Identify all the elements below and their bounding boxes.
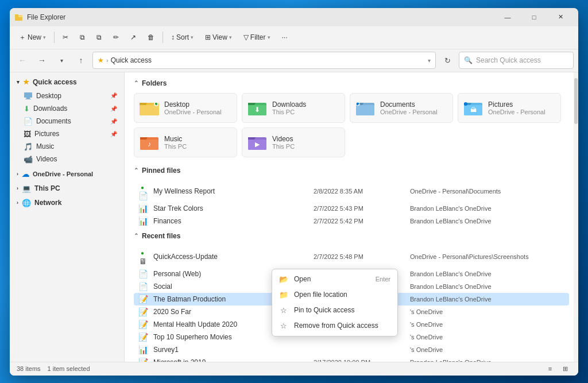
pin-icon: 📌	[110, 106, 117, 112]
unpin-icon: ☆	[279, 322, 288, 330]
star-icon: ★	[98, 56, 104, 64]
back-button[interactable]: ←	[14, 52, 30, 68]
up-button[interactable]: ↑	[73, 52, 89, 68]
recent-file-quickaccess[interactable]: ●🖥 QuickAccess-Update 2/7/2022 5:48 PM O…	[134, 246, 569, 268]
search-box[interactable]: 🔍 Search Quick access	[459, 52, 574, 69]
folder-icon: 📁	[279, 291, 288, 299]
delete-button[interactable]: 🗑	[143, 31, 159, 44]
scrollbar-thumb[interactable]	[574, 78, 578, 124]
svg-marker-8	[140, 103, 147, 105]
search-placeholder: Search Quick access	[476, 56, 541, 64]
sidebar-item-desktop[interactable]: Desktop 📌	[12, 90, 122, 102]
svg-rect-5	[25, 99, 31, 99]
titlebar: File Explorer — □ ✕	[10, 8, 578, 26]
pinned-file-wellness[interactable]: ●📄 My Wellness Report 2/8/2022 8:35 AM O…	[134, 180, 569, 202]
file-explorer-window: File Explorer — □ ✕ ＋ New ▾ ✂ ⧉ ⧉ ✏ ↗	[10, 8, 578, 376]
address-bar[interactable]: ★ › Quick access ▾	[92, 52, 436, 69]
file-icon: 📝	[137, 358, 149, 362]
pictures-icon: 🖼	[24, 130, 31, 138]
folder-pictures[interactable]: 🏔 Pictures OneDrive - Personal	[458, 93, 561, 123]
context-menu-remove-pin[interactable]: ☆ Remove from Quick access	[272, 318, 397, 334]
svg-marker-13	[248, 103, 256, 105]
context-menu-pin[interactable]: ☆ Pin to Quick access	[272, 303, 397, 318]
view-button[interactable]: ⊞ View ▾	[200, 31, 237, 44]
file-icon: 📊	[137, 345, 149, 354]
statusbar: 38 items 1 item selected ≡ ⊞	[10, 362, 578, 376]
desktop-icon	[24, 91, 33, 100]
sidebar-item-downloads[interactable]: ⬇ Downloads 📌	[12, 103, 122, 115]
folder-documents[interactable]: ☁ Documents OneDrive - Personal	[350, 93, 453, 123]
svg-rect-16	[356, 105, 374, 115]
sort-button[interactable]: ↕ Sort ▾	[167, 31, 198, 44]
status-selected: 1 item selected	[48, 365, 90, 372]
onedrive-icon: ☁	[22, 170, 29, 179]
refresh-button[interactable]: ↻	[439, 52, 455, 68]
sidebar-quick-access[interactable]: ▾ ★ Quick access	[12, 76, 122, 88]
open-icon: 📂	[279, 275, 288, 284]
music-icon: 🎵	[24, 142, 33, 151]
share-button[interactable]: ↗	[126, 31, 141, 44]
folders-section-title: Folders	[134, 79, 569, 87]
pinned-files-list: ●📄 My Wellness Report 2/8/2022 8:35 AM O…	[134, 180, 569, 227]
rename-button[interactable]: ✏	[109, 31, 123, 44]
path-separator: ›	[106, 57, 109, 64]
pin-icon: ☆	[279, 306, 288, 315]
pin-icon: 📌	[110, 118, 117, 125]
filter-button[interactable]: ▽ Filter ▾	[239, 31, 275, 44]
svg-rect-3	[24, 92, 32, 98]
recent-file-survey[interactable]: 📊 Survey1 's OneDrive	[134, 343, 569, 356]
paste-button[interactable]: ⧉	[92, 31, 106, 44]
pinned-file-startrek[interactable]: 📊 Star Trek Colors 2/7/2022 5:43 PM Bran…	[134, 202, 569, 215]
forward-button[interactable]: →	[34, 52, 50, 68]
close-button[interactable]: ✕	[547, 8, 574, 26]
list-view-button[interactable]: ≡	[544, 363, 556, 374]
recent-file-microsoft2019[interactable]: 📝 Microsoft in 2019 2/17/2020 10:09 PM B…	[134, 356, 569, 362]
svg-rect-0	[15, 14, 18, 17]
cut-button[interactable]: ✂	[58, 31, 73, 44]
pin-icon: 📌	[110, 131, 117, 137]
new-button[interactable]: ＋ New ▾	[14, 30, 51, 45]
pinned-file-finances[interactable]: 📊 Finances 2/7/2022 5:42 PM Brandon LeBl…	[134, 215, 569, 227]
view-controls: ≡ ⊞	[544, 363, 571, 374]
sort-icon: ↕	[171, 33, 175, 41]
folder-music[interactable]: ♪ Music This PC	[134, 127, 237, 157]
folder-desktop[interactable]: ✓ Desktop OneDrive - Personal	[134, 93, 237, 123]
context-menu: 📂 Open Enter 📁 Open file location ☆ Pin …	[272, 269, 398, 336]
more-button[interactable]: ···	[277, 31, 292, 44]
folder-music-icon: ♪	[139, 132, 160, 153]
sidebar-onedrive[interactable]: › ☁ OneDrive - Personal	[12, 168, 122, 181]
window-controls: — □ ✕	[494, 8, 574, 26]
new-icon: ＋	[19, 33, 26, 42]
sidebar-network[interactable]: › 🌐 Network	[12, 196, 122, 210]
more-icon: ···	[282, 33, 288, 41]
context-menu-open[interactable]: 📂 Open Enter	[272, 272, 397, 287]
copy-button[interactable]: ⧉	[75, 31, 90, 44]
recent-locations-button[interactable]: ▾	[53, 52, 69, 68]
addressbar: ← → ▾ ↑ ★ › Quick access ▾ ↻ 🔍 Search Qu…	[10, 49, 578, 72]
folders-grid: ✓ Desktop OneDrive - Personal ⬇ Download…	[134, 93, 569, 157]
folder-videos[interactable]: ▶ Videos This PC	[242, 127, 345, 157]
folder-downloads[interactable]: ⬇ Downloads This PC	[242, 93, 345, 123]
pin-icon: 📌	[110, 92, 117, 99]
sidebar-thispc[interactable]: › 💻 This PC	[12, 182, 122, 195]
grid-view-button[interactable]: ⊞	[559, 363, 571, 374]
downloads-icon: ⬇	[24, 105, 30, 113]
scrollbar-track	[574, 72, 578, 362]
context-menu-open-location[interactable]: 📁 Open file location	[272, 287, 397, 303]
svg-marker-31	[248, 137, 256, 140]
copy-icon: ⧉	[80, 33, 85, 41]
toolbar-separator-2	[163, 32, 163, 43]
svg-text:🏔: 🏔	[470, 106, 477, 113]
toolbar-separator-1	[54, 32, 55, 43]
main-area: ▾ ★ Quick access Desktop 📌 ⬇ Downloads 📌…	[10, 72, 578, 362]
minimize-button[interactable]: —	[494, 8, 521, 26]
rename-icon: ✏	[113, 33, 119, 41]
address-chevron-icon: ▾	[428, 57, 431, 64]
svg-text:▶: ▶	[255, 141, 260, 148]
file-icon: ●📄	[137, 182, 149, 200]
sidebar-item-videos[interactable]: 📹 Videos	[12, 153, 122, 165]
sidebar-item-pictures[interactable]: 🖼 Pictures 📌	[12, 128, 122, 140]
sidebar-item-documents[interactable]: 📄 Documents 📌	[12, 115, 122, 127]
sidebar-item-music[interactable]: 🎵 Music	[12, 141, 122, 153]
maximize-button[interactable]: □	[521, 8, 547, 26]
